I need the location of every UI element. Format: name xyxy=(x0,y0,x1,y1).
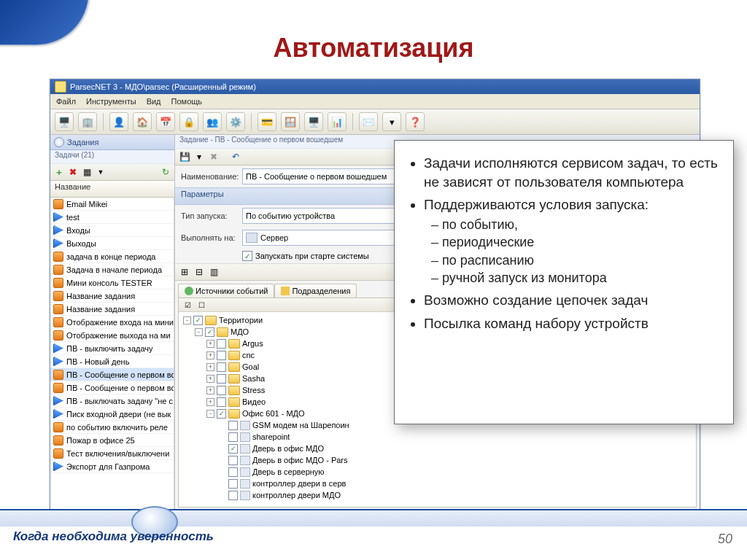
tasks-list[interactable]: Email MikeitestВходыВыходызадача в конце… xyxy=(50,198,174,511)
menu-help[interactable]: Помощь xyxy=(171,97,203,106)
task-row[interactable]: Название задания xyxy=(50,303,174,316)
toolbar-lock-icon[interactable]: 🔒 xyxy=(179,112,198,131)
toolbar-calendar-icon[interactable]: 📅 xyxy=(156,112,175,131)
menu-tools[interactable]: Инструменты xyxy=(86,97,136,106)
toolbar-home-icon[interactable]: 🏠 xyxy=(133,112,152,131)
tree-expander[interactable]: + xyxy=(206,351,214,359)
tree-checkbox[interactable] xyxy=(228,456,238,465)
tree-uncheck-all-icon[interactable]: ☐ xyxy=(196,299,207,311)
tree-node[interactable]: контроллер двери в серв xyxy=(179,478,696,489)
tree-expand-icon[interactable]: ⊞ xyxy=(179,266,190,278)
tree-checkbox[interactable] xyxy=(228,421,238,430)
toolbar-users-icon[interactable]: 👥 xyxy=(203,112,222,131)
tree-checkbox[interactable] xyxy=(228,467,238,477)
tree-node[interactable]: контроллер двери МДО xyxy=(179,489,696,501)
tree-expander[interactable]: - xyxy=(206,410,214,418)
task-row[interactable]: Пожар в офисе 25 xyxy=(50,434,174,447)
toolbar-table-icon[interactable]: 📊 xyxy=(328,112,347,131)
tree-checkbox[interactable]: ✓ xyxy=(205,327,214,337)
tree-checkbox[interactable]: ✓ xyxy=(217,409,226,419)
tree-expander[interactable]: - xyxy=(183,316,191,324)
tab-sources[interactable]: Источники событий xyxy=(178,284,274,298)
task-row[interactable]: Отображение выхода на ми xyxy=(50,329,174,342)
task-row[interactable]: Отображение входа на мини xyxy=(50,316,174,329)
save-icon[interactable]: 💾 xyxy=(179,151,190,163)
tree-check-all-icon[interactable]: ☑ xyxy=(182,299,193,311)
task-row[interactable]: задача в конце периода xyxy=(50,250,174,263)
dropdown-icon[interactable]: ▼ xyxy=(95,166,107,178)
tree-checkbox[interactable] xyxy=(228,491,238,500)
tree-checkbox[interactable] xyxy=(228,479,238,489)
toolbar-card-icon[interactable]: 💳 xyxy=(258,112,276,131)
tree-node[interactable]: Дверь в офис МДО - Pars xyxy=(179,454,696,466)
tree-checkbox[interactable] xyxy=(217,351,226,360)
tree-checkbox[interactable] xyxy=(217,362,226,372)
tree-node[interactable]: sharepoint xyxy=(179,431,696,443)
toolbar-screens-icon[interactable]: 🖥️ xyxy=(304,112,323,131)
page-number: 50 xyxy=(718,532,732,547)
tree-node[interactable]: ✓Дверь в офис МДО xyxy=(179,443,696,454)
tree-checkbox[interactable] xyxy=(217,386,226,395)
tree-checkbox[interactable] xyxy=(217,339,226,349)
tab-divisions[interactable]: Подразделения xyxy=(274,284,357,298)
tree-collapse-icon[interactable]: ⊟ xyxy=(193,266,205,278)
task-row[interactable]: Название задания xyxy=(50,289,174,303)
toolbar-dropdown-icon[interactable]: ▾ xyxy=(382,112,401,131)
task-row[interactable]: ПВ - Сообщение о первом вс xyxy=(50,381,174,394)
add-icon[interactable]: ＋ xyxy=(53,166,65,178)
tree-checkbox[interactable] xyxy=(217,374,226,384)
tree-checkbox[interactable]: ✓ xyxy=(228,444,238,454)
task-row[interactable]: Задача в начале периода xyxy=(50,263,174,276)
task-row[interactable]: ПВ - Новый день xyxy=(50,355,174,368)
grid-icon[interactable]: ▦ xyxy=(81,166,93,178)
task-row[interactable]: ПВ - выключать задачу "не с xyxy=(50,394,174,408)
discard-icon[interactable]: ✖ xyxy=(208,151,220,163)
tree-expander[interactable]: + xyxy=(206,363,214,371)
tree-expander[interactable]: + xyxy=(206,386,214,394)
task-row[interactable]: Писк входной двери (не вык xyxy=(50,408,174,421)
toolbar-mail-icon[interactable]: ✉️ xyxy=(359,112,378,131)
tree-expander[interactable]: + xyxy=(206,398,214,406)
undo-icon[interactable]: ↶ xyxy=(230,151,241,163)
toolbar-monitor-icon[interactable]: 🖥️ xyxy=(55,112,74,131)
tree-label: GSM модем на Шарепоин xyxy=(252,421,349,429)
window-titlebar[interactable]: ParsecNET 3 - МДО\parsec (Расширенный ре… xyxy=(50,79,700,94)
save-dropdown-icon[interactable]: ▾ xyxy=(193,151,205,163)
folder-icon xyxy=(228,386,240,395)
tasks-column-header[interactable]: Название xyxy=(50,181,174,198)
play-icon xyxy=(53,212,63,222)
task-row[interactable]: Мини консоль TESTER xyxy=(50,276,174,289)
play-icon xyxy=(53,238,63,249)
task-row[interactable]: Тест включения/выключени xyxy=(50,447,174,460)
tree-node[interactable]: Дверь в серверную xyxy=(179,466,696,478)
tree-expander[interactable]: + xyxy=(206,375,214,383)
task-row[interactable]: test xyxy=(50,211,174,224)
task-row[interactable]: ПВ - выключить задачу xyxy=(50,342,174,355)
task-row[interactable]: ПВ - Сообщение о первом вс xyxy=(50,368,174,381)
task-row[interactable]: Выходы xyxy=(50,237,174,250)
toolbar-help-icon[interactable]: ❓ xyxy=(406,112,425,131)
menu-view[interactable]: Вид xyxy=(147,97,161,106)
tree-checkbox[interactable] xyxy=(217,397,226,407)
delete-icon[interactable]: ✖ xyxy=(67,166,79,178)
tasks-count-label: Задачи (21) xyxy=(50,150,174,164)
menu-file[interactable]: Файл xyxy=(56,97,76,106)
tree-expander[interactable]: + xyxy=(206,340,214,348)
device-icon xyxy=(240,479,250,489)
autostart-checkbox[interactable]: ✓ xyxy=(242,251,252,261)
task-label: ПВ - Новый день xyxy=(66,357,129,366)
tree-checkbox[interactable]: ✓ xyxy=(193,316,203,325)
tree-checkbox[interactable] xyxy=(228,432,238,442)
tree-tool-icon[interactable]: ▥ xyxy=(208,266,220,278)
task-label: ПВ - Сообщение о первом вс xyxy=(66,370,174,379)
toolbar-gear-icon[interactable]: ⚙️ xyxy=(226,112,245,131)
toolbar-window-icon[interactable]: 🪟 xyxy=(281,112,300,131)
task-row[interactable]: Экспорт для Газпрома xyxy=(50,460,174,473)
refresh-icon[interactable]: ↻ xyxy=(160,166,171,178)
toolbar-user-icon[interactable]: 👤 xyxy=(109,112,128,131)
toolbar-buildings-icon[interactable]: 🏢 xyxy=(78,112,97,131)
task-row[interactable]: Email Mikei xyxy=(50,198,174,211)
task-row[interactable]: по событию включить реле xyxy=(50,421,174,434)
task-row[interactable]: Входы xyxy=(50,224,174,237)
tree-expander[interactable]: - xyxy=(195,328,203,336)
